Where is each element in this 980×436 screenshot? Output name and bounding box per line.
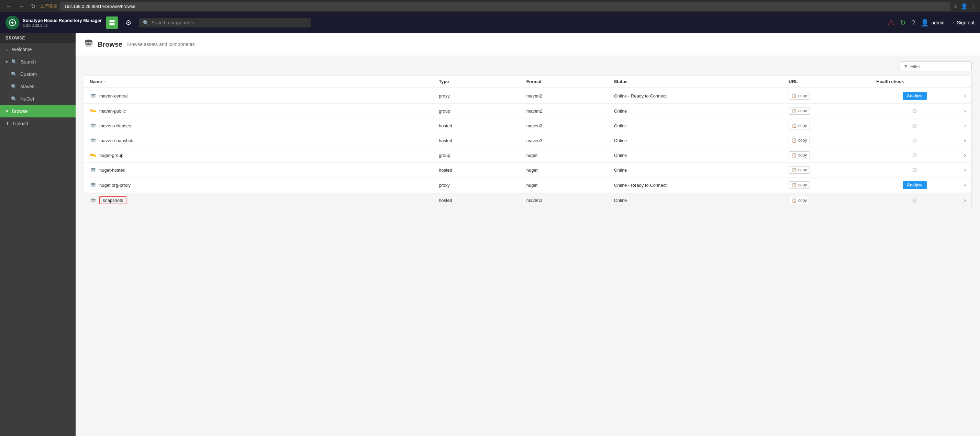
help-icon[interactable]: ? (911, 19, 915, 27)
sidebar-item-label-browse: Browse (12, 108, 28, 114)
copy-icon: 📋 (792, 153, 797, 158)
copy-url-button[interactable]: 📋 copy (789, 181, 810, 189)
sidebar-item-label-nuget: NuGet (20, 96, 34, 101)
app-body: Browse ○ Welcome ▾ 🔍 Search 🔍 Custom 🔍 M… (0, 33, 980, 436)
col-header-action (959, 76, 972, 88)
browser-chrome: ← → ↻ ⚠ 不安全 ☆ 👤 ⋮ (0, 0, 980, 13)
copy-url-button[interactable]: 📋 copy (789, 136, 810, 144)
table-row[interactable]: snapshots hosted maven2 Online 📋 copy ⊘ … (84, 193, 972, 208)
refresh-icon[interactable]: ↻ (900, 19, 906, 27)
repo-format: nuget (521, 163, 609, 178)
profile-icon[interactable]: 👤 (961, 3, 967, 10)
search-box[interactable]: 🔍 (139, 18, 311, 27)
repo-type: proxy (433, 178, 521, 193)
row-chevron-icon[interactable]: › (964, 182, 966, 188)
copy-url-button[interactable]: 📋 copy (789, 92, 810, 100)
row-action-cell[interactable]: › (959, 163, 972, 178)
table-row[interactable]: maven-public group maven2 Online 📋 copy … (84, 104, 972, 119)
filter-input[interactable] (910, 64, 968, 69)
table-row[interactable]: maven-releases hosted maven2 Online 📋 co… (84, 119, 972, 133)
repo-name-cell: snapshots (90, 197, 428, 204)
analyze-button[interactable]: Analyze (903, 181, 926, 189)
health-disabled-icon: ⊘ (912, 152, 917, 159)
col-header-health: Health check (871, 76, 958, 88)
repo-name: maven-releases (99, 123, 131, 128)
repo-status: Online (609, 119, 783, 133)
table-row[interactable]: nuget.org-proxy proxy nuget Online - Rea… (84, 178, 972, 193)
col-header-name[interactable]: Name ↑ (84, 76, 433, 88)
row-chevron-icon[interactable]: › (964, 108, 966, 114)
row-action-cell[interactable]: › (959, 119, 972, 133)
menu-icon[interactable]: ⋮ (970, 3, 976, 10)
page-subtitle: Browse assets and components (126, 41, 194, 47)
health-disabled-icon: ⊘ (912, 137, 917, 144)
browse-nav-icon[interactable] (106, 16, 118, 29)
row-action-cell[interactable]: › (959, 133, 972, 148)
row-chevron-icon[interactable]: › (964, 167, 966, 173)
search-input[interactable] (151, 20, 307, 25)
table-row[interactable]: maven-snapshots hosted maven2 Online 📋 c… (84, 133, 972, 148)
sidebar-item-nuget[interactable]: 🔍 NuGet (0, 93, 76, 105)
row-action-cell[interactable]: › (959, 148, 972, 163)
row-chevron-icon[interactable]: › (964, 197, 966, 203)
repo-name: maven-public (99, 108, 126, 114)
filter-bar: ▼ (84, 62, 972, 71)
back-button[interactable]: ← (4, 2, 14, 10)
copy-url-button[interactable]: 📋 copy (789, 122, 810, 129)
svg-rect-2 (112, 20, 115, 23)
svg-rect-4 (112, 23, 115, 25)
sidebar-item-maven[interactable]: 🔍 Maven (0, 80, 76, 93)
copy-url-button[interactable]: 📋 copy (789, 197, 810, 204)
repo-name-cell: nuget-hosted (90, 167, 428, 173)
sign-out-button[interactable]: → Sign out (950, 20, 975, 25)
row-chevron-icon[interactable]: › (964, 93, 966, 98)
row-action-cell[interactable]: › (959, 178, 972, 193)
row-action-cell[interactable]: › (959, 104, 972, 119)
repo-status: Online - Ready to Connect (609, 88, 783, 104)
reload-button[interactable]: ↻ (29, 2, 37, 10)
row-chevron-icon[interactable]: › (964, 152, 966, 158)
settings-icon[interactable]: ⚙ (123, 16, 135, 29)
sidebar-item-upload[interactable]: ⬆ Upload (0, 117, 76, 130)
sidebar-item-search[interactable]: ▾ 🔍 Search (0, 55, 76, 68)
table-row[interactable]: nuget-hosted hosted nuget Online 📋 copy … (84, 163, 972, 178)
table-row[interactable]: maven-central proxy maven2 Online - Read… (84, 88, 972, 104)
search-icon-sidebar: 🔍 (11, 59, 17, 65)
copy-icon: 📋 (792, 108, 797, 113)
page-header: Browse Browse assets and components (76, 33, 980, 56)
health-check-cell: Analyze (871, 178, 958, 193)
copy-url-button[interactable]: 📋 copy (789, 107, 810, 115)
filter-input-wrap[interactable]: ▼ (900, 62, 972, 71)
health-check-cell: ⊘ (871, 148, 958, 163)
app-header: Sonatype Nexus Repository Manager OSS 3.… (0, 13, 980, 33)
address-bar[interactable] (60, 2, 950, 11)
search-nav-icon: ▾ (5, 59, 8, 65)
sidebar-section-header: Browse (0, 33, 76, 43)
alert-icon[interactable]: ⚠ (888, 18, 894, 27)
forward-button[interactable]: → (16, 2, 26, 10)
row-action-cell[interactable]: › (959, 193, 972, 208)
header-right: ⚠ ↻ ? 👤 admin → Sign out (888, 18, 975, 27)
row-action-cell[interactable]: › (959, 88, 972, 104)
row-chevron-icon[interactable]: › (964, 137, 966, 143)
sidebar-item-welcome[interactable]: ○ Welcome (0, 43, 76, 55)
user-name: admin (931, 20, 944, 25)
sidebar: Browse ○ Welcome ▾ 🔍 Search 🔍 Custom 🔍 M… (0, 33, 76, 436)
sidebar-item-browse[interactable]: ≡ Browse (0, 105, 76, 117)
row-chevron-icon[interactable]: › (964, 122, 966, 128)
table-row[interactable]: nuget-group group nuget Online 📋 copy ⊘ … (84, 148, 972, 163)
repo-status: Online (609, 104, 783, 119)
app-title-main: Sonatype Nexus Repository Manager (23, 18, 102, 23)
repo-format: maven2 (521, 104, 609, 119)
repo-format: maven2 (521, 119, 609, 133)
health-check-cell: ⊘ (871, 104, 958, 119)
star-icon[interactable]: ☆ (953, 3, 958, 10)
analyze-button[interactable]: Analyze (903, 92, 926, 100)
copy-url-button[interactable]: 📋 copy (789, 151, 810, 159)
health-check-cell: ⊘ (871, 133, 958, 148)
repo-name-cell: nuget.org-proxy (90, 182, 428, 188)
copy-url-button[interactable]: 📋 copy (789, 166, 810, 174)
sidebar-item-custom[interactable]: 🔍 Custom (0, 68, 76, 80)
user-section[interactable]: 👤 admin (921, 19, 944, 27)
repo-name: nuget-hosted (99, 168, 126, 173)
